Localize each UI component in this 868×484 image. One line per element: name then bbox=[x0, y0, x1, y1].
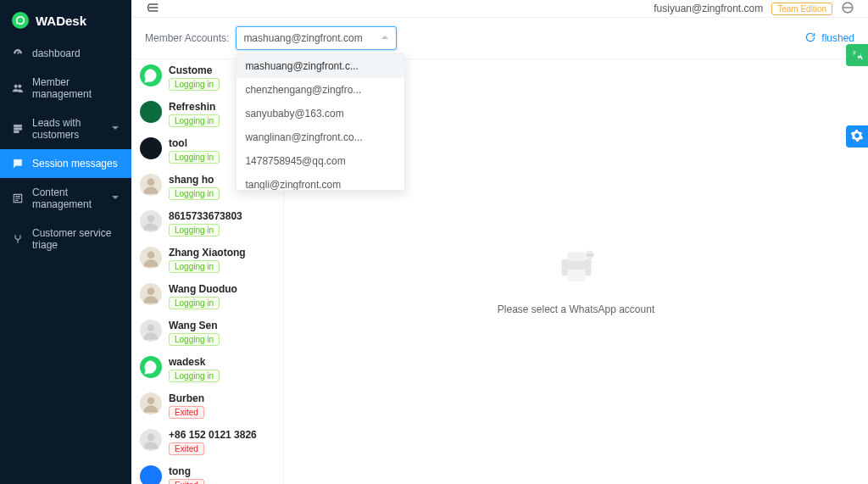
settings-button[interactable] bbox=[846, 125, 868, 147]
avatar bbox=[140, 429, 162, 451]
dropdown-scroll[interactable]: mashuang@zingfront.c... chenzhengang@zin… bbox=[236, 54, 404, 190]
sidebar-item-label: dashboard bbox=[32, 47, 81, 59]
avatar bbox=[140, 283, 162, 305]
dropdown-option[interactable]: sanyubaby@163.com bbox=[236, 102, 404, 125]
contact-name: Wang Duoduo bbox=[169, 283, 237, 295]
gauge-icon bbox=[12, 47, 24, 59]
contact-name: Wang Sen bbox=[169, 320, 220, 331]
avatar bbox=[140, 465, 162, 484]
svg-point-14 bbox=[588, 253, 590, 255]
contact-name: tool bbox=[169, 137, 220, 149]
contact-name: Refreshin bbox=[169, 101, 220, 113]
contact-name: Custome bbox=[169, 64, 220, 76]
svg-rect-11 bbox=[567, 270, 585, 281]
sidebar-item-label: Session messages bbox=[32, 158, 118, 170]
svg-point-7 bbox=[147, 397, 155, 404]
contact-name: tong bbox=[169, 465, 204, 477]
contact-name: Burben bbox=[169, 392, 204, 404]
svg-point-2 bbox=[147, 214, 155, 222]
refresh-label: flushed bbox=[821, 32, 854, 44]
team-edition-badge: Team Edition bbox=[771, 3, 832, 15]
status-badge: Logging in bbox=[169, 78, 220, 91]
globe-icon bbox=[841, 4, 854, 17]
avatar bbox=[140, 247, 162, 269]
chevron-down-icon bbox=[111, 192, 120, 204]
member-account-select[interactable]: mashuang@zingfront.com mashuang@zingfron… bbox=[236, 26, 397, 50]
brand: WADesk bbox=[0, 0, 131, 39]
brand-logo-icon bbox=[12, 12, 29, 29]
sidebar-item-label: Leads with customers bbox=[32, 117, 103, 141]
contact-name: wadesk bbox=[169, 356, 220, 368]
contact-row[interactable]: BurbenExited bbox=[131, 387, 283, 424]
sidebar-item-dashboard[interactable]: dashboard bbox=[0, 39, 131, 68]
status-badge: Logging in bbox=[169, 297, 220, 309]
contact-name: 8615733673803 bbox=[169, 210, 242, 222]
content-icon bbox=[12, 192, 24, 204]
empty-text: Please select a WhatsApp account bbox=[498, 303, 654, 315]
avatar bbox=[140, 137, 162, 159]
avatar bbox=[140, 64, 162, 86]
status-badge: Logging in bbox=[169, 187, 220, 200]
status-badge: Logging in bbox=[169, 224, 220, 236]
avatar bbox=[140, 174, 162, 196]
nav: dashboard Member management Leads with c… bbox=[0, 39, 131, 259]
chevron-up-icon bbox=[381, 32, 389, 44]
svg-rect-10 bbox=[567, 252, 585, 261]
user-email: fusiyuan@zingfront.com bbox=[654, 3, 763, 14]
contact-row[interactable]: Wang DuoduoLogging in bbox=[131, 278, 283, 314]
language-button[interactable] bbox=[841, 1, 854, 17]
svg-point-13 bbox=[586, 253, 587, 255]
users-icon bbox=[12, 82, 24, 94]
leads-icon bbox=[12, 123, 24, 135]
dropdown-option[interactable]: chenzhengang@zingfro... bbox=[236, 78, 404, 102]
contact-row[interactable]: 8615733673803Logging in bbox=[131, 205, 283, 242]
status-badge: Logging in bbox=[169, 370, 220, 382]
sidebar-item-leads[interactable]: Leads with customers bbox=[0, 108, 131, 149]
sidebar-item-session-messages[interactable]: Session messages bbox=[0, 149, 131, 178]
dropdown-option[interactable]: mashuang@zingfront.c... bbox=[236, 54, 404, 78]
status-badge: Exited bbox=[169, 406, 204, 419]
contact-row[interactable]: Wang SenLogging in bbox=[131, 314, 283, 351]
member-account-dropdown: mashuang@zingfront.c... chenzhengang@zin… bbox=[236, 53, 405, 191]
member-account-select-box[interactable]: mashuang@zingfront.com bbox=[236, 26, 397, 50]
sidebar-item-label: Member management bbox=[32, 76, 120, 100]
brand-name: WADesk bbox=[36, 14, 86, 28]
contact-row[interactable]: Zhang XiaotongLogging in bbox=[131, 242, 283, 278]
status-badge: Logging in bbox=[169, 333, 220, 346]
sidebar: WADesk dashboard Member management Leads… bbox=[0, 0, 131, 484]
collapse-sidebar-button[interactable] bbox=[145, 0, 162, 17]
svg-point-5 bbox=[147, 324, 155, 331]
avatar bbox=[140, 101, 162, 123]
member-account-selected-value: mashuang@zingfront.com bbox=[243, 32, 362, 44]
contact-row[interactable]: wadeskLogging in bbox=[131, 351, 283, 387]
route-icon bbox=[12, 233, 24, 245]
avatar bbox=[140, 356, 162, 378]
topbar: fusiyuan@zingfront.com Team Edition bbox=[131, 0, 868, 18]
contact-name: Zhang Xiaotong bbox=[169, 247, 246, 259]
chevron-down-icon bbox=[111, 123, 120, 135]
toolbar: Member Accounts: mashuang@zingfront.com … bbox=[131, 18, 868, 58]
avatar bbox=[140, 392, 162, 414]
status-badge: Logging in bbox=[169, 114, 220, 127]
dropdown-option[interactable]: wanglinan@zingfront.co... bbox=[236, 125, 404, 149]
dropdown-option[interactable]: tangli@zingfront.com bbox=[236, 173, 404, 190]
contact-name: +86 152 0121 3826 bbox=[169, 429, 257, 441]
sidebar-item-content-management[interactable]: Content management bbox=[0, 178, 131, 219]
svg-point-15 bbox=[591, 253, 593, 255]
status-badge: Logging in bbox=[169, 260, 220, 273]
contact-row[interactable]: tongExited bbox=[131, 460, 283, 484]
sidebar-item-label: Content management bbox=[32, 186, 103, 210]
refresh-button[interactable]: flushed bbox=[804, 31, 854, 46]
svg-point-1 bbox=[147, 178, 155, 186]
contact-row[interactable]: +86 152 0121 3826Exited bbox=[131, 424, 283, 460]
avatar bbox=[140, 320, 162, 342]
gear-icon bbox=[850, 129, 864, 145]
sidebar-item-triage[interactable]: Customer service triage bbox=[0, 219, 131, 259]
sidebar-item-member-management[interactable]: Member management bbox=[0, 68, 131, 108]
dropdown-option[interactable]: 1478758945@qq.com bbox=[236, 149, 404, 173]
svg-point-3 bbox=[147, 251, 155, 259]
printer-icon bbox=[553, 242, 600, 292]
avatar bbox=[140, 210, 162, 232]
sidebar-item-label: Customer service triage bbox=[32, 227, 120, 251]
collapse-icon bbox=[147, 1, 160, 17]
